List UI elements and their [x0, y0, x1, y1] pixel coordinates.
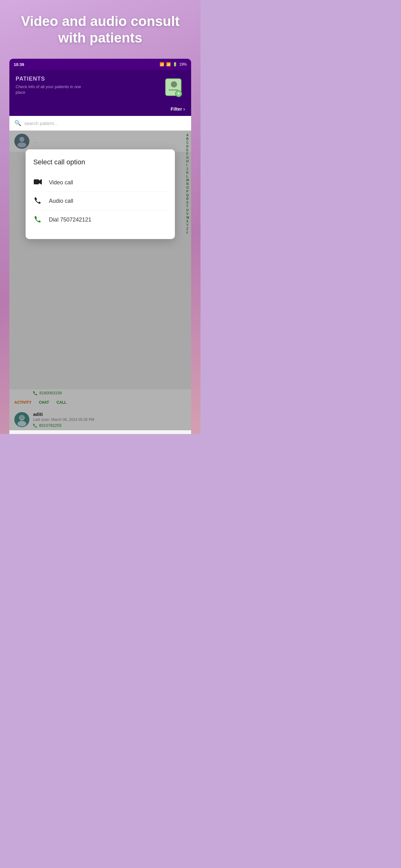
svg-rect-2 [169, 89, 178, 91]
svg-marker-9 [39, 179, 42, 185]
search-input[interactable]: search patient... [24, 121, 58, 126]
filter-button[interactable]: Filter › [170, 106, 185, 112]
chevron-right-icon: › [183, 106, 185, 112]
filter-label: Filter [170, 106, 182, 112]
modal-title: Select call option [33, 158, 167, 166]
battery-percent: 19% [179, 62, 187, 67]
video-icon [33, 179, 42, 187]
status-bar: 10:39 📶 📶 🔋 19% [9, 59, 191, 70]
svg-text:+: + [177, 91, 180, 96]
audio-call-option[interactable]: Audio call [33, 192, 167, 211]
modal-overlay[interactable]: Select call option Video call Audio call [9, 131, 191, 430]
app-header: PATIENTS Check info of all your patients… [9, 70, 191, 104]
signal-icon: 📶 [166, 62, 171, 67]
svg-rect-8 [34, 179, 39, 184]
svg-point-1 [171, 81, 177, 88]
hero-title: Video and audio consult with patients [6, 13, 194, 46]
modal-card: Select call option Video call Audio call [26, 149, 175, 239]
hero-section: Video and audio consult with patients [0, 0, 201, 59]
battery-icon: 🔋 [173, 62, 177, 67]
dial-option[interactable]: Dial 7507242121 [33, 211, 167, 229]
dial-label: Dial 7507242121 [49, 217, 91, 223]
video-call-option[interactable]: Video call [33, 174, 167, 192]
phone-container: 10:39 📶 📶 🔋 19% PATIENTS Check info of a… [9, 59, 191, 434]
filter-bar: Filter › [9, 104, 191, 116]
header-title: PATIENTS [15, 75, 84, 82]
status-icons: 📶 📶 🔋 19% [160, 62, 187, 67]
content-area: A B C D E F G H I J K L M N O P Q R S T … [9, 131, 191, 430]
header-text: PATIENTS Check info of all your patients… [15, 75, 84, 95]
search-icon: 🔍 [14, 120, 21, 127]
search-bar: 🔍 search patient... [9, 116, 191, 131]
audio-call-label: Audio call [49, 198, 73, 204]
wifi-icon: 📶 [160, 62, 164, 67]
patients-icon: + [163, 75, 185, 97]
video-call-label: Video call [49, 179, 73, 186]
header-subtitle: Check info of all your patients in one p… [15, 84, 84, 95]
phone-black-icon [33, 197, 42, 205]
phone-green-icon [33, 216, 42, 224]
status-time: 10:39 [14, 62, 24, 67]
